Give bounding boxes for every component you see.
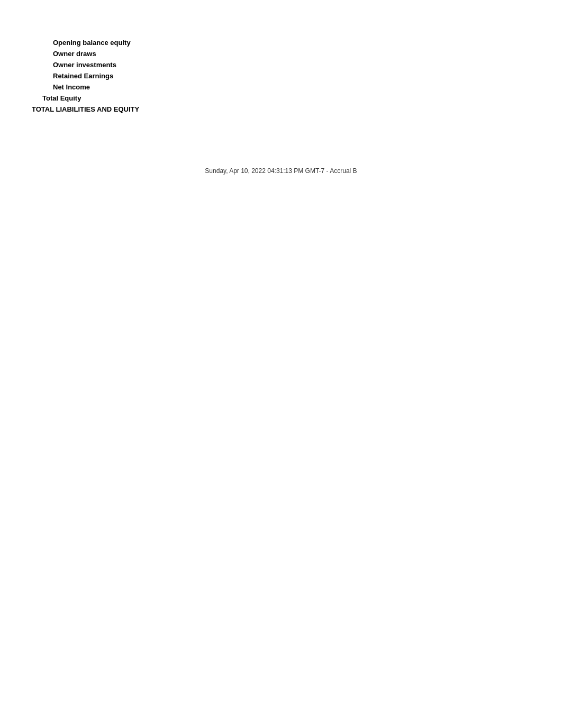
opening-balance-equity-row: Opening balance equity [32,37,562,48]
total-equity-row: Total Equity [32,93,562,104]
report-body: Opening balance equity Owner draws Owner… [0,0,562,115]
retained-earnings-row: Retained Earnings [32,70,562,81]
owner-investments-label: Owner investments [53,61,116,69]
total-liabilities-equity-row: TOTAL LIABILITIES AND EQUITY [32,104,562,115]
total-liabilities-equity-label: TOTAL LIABILITIES AND EQUITY [32,105,139,113]
report-footer: Sunday, Apr 10, 2022 04:31:13 PM GMT-7 -… [205,167,357,175]
owner-draws-label: Owner draws [53,50,96,58]
retained-earnings-label: Retained Earnings [53,72,113,80]
owner-investments-row: Owner investments [32,59,562,70]
net-income-row: Net Income [32,81,562,93]
total-equity-label: Total Equity [42,94,81,102]
owner-draws-row: Owner draws [32,48,562,59]
net-income-label: Net Income [53,83,90,91]
opening-balance-equity-label: Opening balance equity [53,39,131,47]
